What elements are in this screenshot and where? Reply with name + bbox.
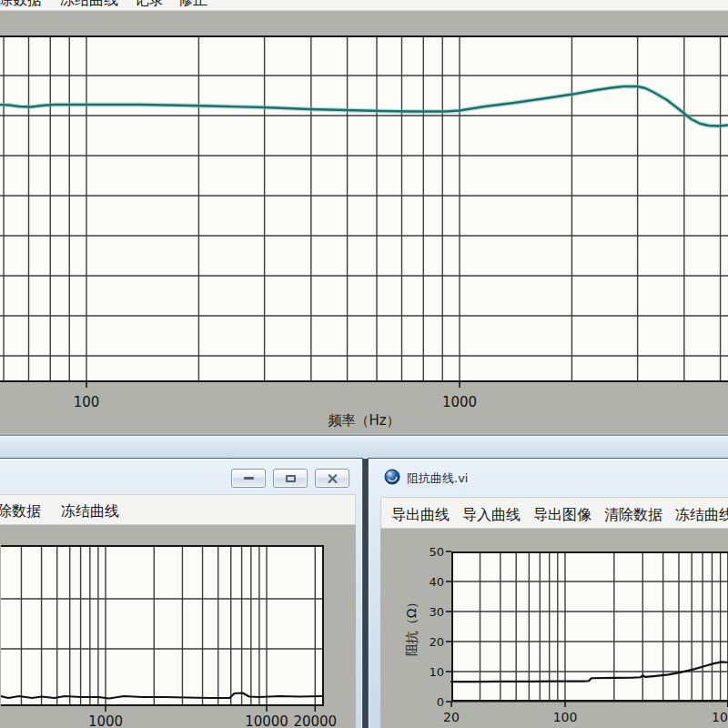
svg-text:1000: 1000 <box>712 710 728 724</box>
svg-text:30: 30 <box>429 605 444 619</box>
plot-area: 10001000020000 <box>1 545 337 728</box>
menu-bar: 清除数据 冻结曲线 记录 修正 <box>0 0 728 11</box>
svg-text:0: 0 <box>437 695 444 709</box>
menu-export-image[interactable]: 导出图像 <box>533 506 592 523</box>
svg-text:1000: 1000 <box>88 713 123 728</box>
menu-freeze-curve[interactable]: 冻结曲线 <box>675 506 728 523</box>
close-button[interactable] <box>315 469 349 488</box>
close-icon <box>327 473 339 483</box>
x-axis-ticks: 10001000020000 <box>88 706 337 728</box>
menu-export-curve[interactable]: 导出曲线 <box>391 506 450 523</box>
menu-clear-data[interactable]: 清除数据 <box>0 0 42 8</box>
minimize-icon <box>244 477 254 480</box>
svg-text:100: 100 <box>74 394 100 410</box>
svg-text:50: 50 <box>429 545 444 559</box>
svg-text:10000: 10000 <box>245 713 288 728</box>
svg-text:100: 100 <box>553 710 578 724</box>
x-axis-ticks: 1001000 <box>74 382 477 410</box>
y-axis-title: 阻抗（Ω） <box>404 596 420 657</box>
y-axis-ticks: 50403020100 <box>429 545 451 709</box>
maximize-button[interactable] <box>273 469 308 488</box>
minimize-button[interactable] <box>231 469 266 488</box>
svg-text:20: 20 <box>443 710 460 724</box>
menu-clear-data[interactable]: 清除数据 <box>604 506 662 523</box>
window-controls <box>231 469 349 488</box>
plot-area: 1001000 <box>0 35 728 410</box>
svg-text:1000: 1000 <box>442 394 477 410</box>
svg-text:20000: 20000 <box>293 713 337 728</box>
menu-freeze-curve[interactable]: 冻结曲线 <box>61 502 119 520</box>
x-axis-title: 频率（Hz） <box>300 412 428 430</box>
maximize-icon <box>286 475 296 482</box>
svg-text:20: 20 <box>429 635 444 649</box>
window-title: 阻抗曲线.vi <box>407 470 468 487</box>
window-bottom-frame <box>0 435 728 459</box>
menu-bar: 清除数据 冻结曲线 <box>0 494 356 525</box>
frequency-response-window: 清除数据 冻结曲线 记录 修正 1001000 频率（Hz） <box>0 0 728 458</box>
menu-record[interactable]: 记录 <box>135 0 164 8</box>
menu-clear-data[interactable]: 清除数据 <box>0 502 41 520</box>
svg-text:40: 40 <box>429 575 444 589</box>
response-chart-small: 10001000020000 <box>1 525 356 728</box>
menu-correction[interactable]: 修正 <box>178 0 207 8</box>
menu-import-curve[interactable]: 导入曲线 <box>462 506 521 523</box>
svg-text:10: 10 <box>429 665 444 679</box>
desktop: { "top_window": { "menu": ["清除数据", "冻结曲线… <box>0 0 728 728</box>
menu-bar: 导出曲线 导入曲线 导出图像 清除数据 冻结曲线 <box>380 497 728 529</box>
plot-area: 20100100050403020100 <box>429 545 728 725</box>
frequency-response-chart: 1001000 <box>0 11 728 435</box>
x-axis-ticks: 201001000 <box>443 702 728 724</box>
impedance-window: 阻抗曲线.vi 导出曲线 导入曲线 导出图像 清除数据 冻结曲线 2010010… <box>368 458 728 728</box>
response-window-small: 清除数据 冻结曲线 10001000020000 <box>0 458 363 728</box>
labview-app-icon <box>384 469 400 485</box>
impedance-chart: 20100100050403020100 <box>380 529 728 728</box>
menu-freeze-curve[interactable]: 冻结曲线 <box>60 0 118 8</box>
